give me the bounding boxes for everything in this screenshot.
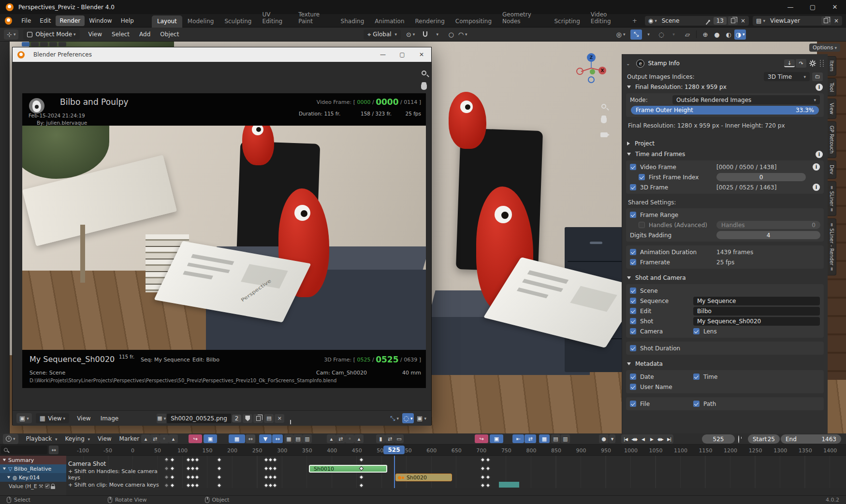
date-checkbox[interactable]: [630, 374, 636, 380]
cursor-tool-icon[interactable]: [49, 42, 57, 46]
shot-camera-section[interactable]: Shot and Camera: [635, 274, 686, 281]
shot-field[interactable]: My Sequence_Sh0020: [693, 317, 820, 326]
shot-path-icon[interactable]: ↪: [189, 434, 202, 443]
strip-sh0010[interactable]: Sh0010: [309, 465, 387, 473]
keyframe-diamond[interactable]: [170, 483, 175, 488]
keyframe-diamond[interactable]: [273, 483, 277, 488]
grid-b-icon[interactable]: ▤: [293, 434, 303, 443]
keyframe-diamond[interactable]: [486, 466, 491, 471]
keyframe-diamond[interactable]: [217, 475, 222, 480]
scene-type-icon[interactable]: ◉▾: [646, 16, 659, 26]
gizmo-x-axis[interactable]: X: [598, 67, 606, 74]
snap-options-icon[interactable]: ▾: [431, 29, 442, 40]
overlays-options-icon[interactable]: ▾: [667, 29, 679, 40]
keyframe-diamond[interactable]: [273, 458, 277, 462]
navigation-gizmo[interactable]: Z X: [576, 53, 606, 83]
keyframe-diamond[interactable]: [170, 466, 175, 471]
info-icon[interactable]: i: [816, 84, 823, 91]
lock-icon[interactable]: [51, 484, 55, 489]
image-zoom-icon[interactable]: [419, 68, 429, 78]
viewlayer-name[interactable]: ViewLayer: [768, 16, 821, 26]
keyframe-diamond[interactable]: [195, 483, 200, 488]
slide-keys-icon[interactable]: ↔: [272, 434, 283, 443]
final-resolution-header[interactable]: Final Resolution: 1280 x 959 px: [635, 84, 727, 90]
timer-icon[interactable]: ◦: [160, 434, 169, 443]
wrench-icon[interactable]: ⚒: [39, 483, 44, 490]
current-frame-field[interactable]: 525: [702, 434, 735, 444]
project-section[interactable]: Project: [635, 140, 655, 147]
keyframe-diamond[interactable]: [217, 458, 222, 462]
keyframe-diamond[interactable]: [359, 475, 364, 480]
jump-start-2-icon[interactable]: ▴: [327, 434, 336, 443]
workspace-tab-rendering[interactable]: Rendering: [410, 15, 450, 28]
remove-viewlayer-icon[interactable]: ×: [831, 16, 841, 26]
image-overlays-icon[interactable]: ◌▾: [402, 413, 414, 423]
keyframe-diamond[interactable]: [359, 483, 364, 488]
previous-keyframe-button[interactable]: ◀◆: [630, 434, 639, 444]
export-icon[interactable]: ↷: [796, 59, 806, 68]
path-checkbox[interactable]: [693, 401, 700, 407]
image-view-menu[interactable]: View: [72, 413, 95, 424]
frame-range-checkbox[interactable]: [630, 212, 636, 218]
select-circle-icon[interactable]: [31, 42, 39, 46]
image-pan-hand-icon[interactable]: [419, 81, 429, 92]
menu-playback[interactable]: Playback ▾: [22, 434, 61, 444]
scene-name[interactable]: Scene: [659, 16, 706, 26]
scene-users-count[interactable]: 13: [714, 17, 727, 25]
collapsed-icon[interactable]: [627, 142, 630, 145]
workspace-tab-uv-editing[interactable]: UV Editing: [257, 9, 293, 28]
mode-dropdown[interactable]: Object Mode▾: [23, 29, 79, 40]
selectability-visibility-icon[interactable]: ◎▾: [615, 29, 627, 40]
workspace-tab-sculpting[interactable]: Sculpting: [219, 15, 257, 28]
browse-image-icon[interactable]: ▦▾: [157, 414, 166, 423]
edit-field[interactable]: Bilbo: [693, 307, 820, 316]
menu-file[interactable]: File: [17, 15, 35, 26]
shot-checkbox[interactable]: [630, 318, 636, 324]
panel-grip-icon[interactable]: [820, 60, 824, 67]
viewport-camera-icon[interactable]: [598, 130, 609, 140]
keyframe-diamond[interactable]: [170, 458, 175, 462]
proportional-falloff-icon[interactable]: ◠▾: [457, 29, 468, 40]
shading-material-icon[interactable]: ◐: [723, 29, 734, 40]
gizmo-z-axis[interactable]: Z: [587, 53, 596, 62]
keyframe-diamond[interactable]: [481, 483, 485, 488]
workspace-tab-compositing[interactable]: Compositing: [450, 15, 497, 28]
gizmo-z-neg-axis[interactable]: [588, 76, 595, 83]
shading-solid-icon[interactable]: ●: [711, 29, 723, 40]
user-name-checkbox[interactable]: [630, 384, 636, 390]
swap-blue-icon[interactable]: ⇄: [525, 434, 536, 443]
panel-collapse-icon[interactable]: ⌄: [626, 61, 630, 66]
viewport-pan-hand-icon[interactable]: [598, 115, 609, 125]
pack-image-icon[interactable]: ▤: [264, 414, 274, 423]
keyframe-diamond[interactable]: [217, 483, 222, 488]
bar-icon[interactable]: ▮: [376, 434, 385, 443]
keyframe-diamond[interactable]: [170, 475, 175, 480]
viewport-zoom-icon[interactable]: [598, 101, 609, 112]
sidebar-tab-gp-retouch[interactable]: GP Retouch: [828, 121, 836, 158]
handles-field[interactable]: Handles0: [716, 221, 820, 229]
minimize-button[interactable]: —: [779, 0, 802, 14]
use-preview-range-icon[interactable]: [738, 436, 739, 443]
workspace-tab-shading[interactable]: Shading: [335, 15, 370, 28]
keyframe-diamond[interactable]: [486, 458, 491, 462]
image-users-count[interactable]: 2: [232, 415, 242, 422]
menu-edit[interactable]: Edit: [35, 15, 55, 26]
gizmos-options-icon[interactable]: ▾: [642, 29, 654, 40]
unlink-image-icon[interactable]: ×: [275, 414, 284, 423]
time-frames-section[interactable]: Time and Frames: [635, 151, 685, 158]
swap-icon[interactable]: ⇄: [385, 434, 394, 443]
channel-key014[interactable]: ◍ Key.014: [0, 473, 66, 482]
pull-left-icon[interactable]: ⇤: [512, 434, 524, 443]
keyframe-diamond[interactable]: [273, 475, 277, 480]
expand-icon[interactable]: [627, 362, 631, 365]
keyframe-diamond[interactable]: [273, 466, 277, 471]
metadata-section[interactable]: Metadata: [635, 360, 663, 367]
keyframe-diamond[interactable]: [481, 475, 485, 480]
workspace-tab-video-editing[interactable]: Video Editing: [585, 9, 628, 28]
timeline-ruler[interactable]: ↔ 525 -100-50050100150200250300350400450…: [0, 445, 846, 456]
shading-wireframe-icon[interactable]: ⊕: [700, 29, 711, 40]
keyframe-diamond[interactable]: [195, 458, 200, 462]
active-tool-icon[interactable]: ⊹▾: [4, 29, 18, 40]
gizmo-y-axis[interactable]: [590, 69, 595, 74]
keyframe-diamond[interactable]: [486, 475, 491, 480]
